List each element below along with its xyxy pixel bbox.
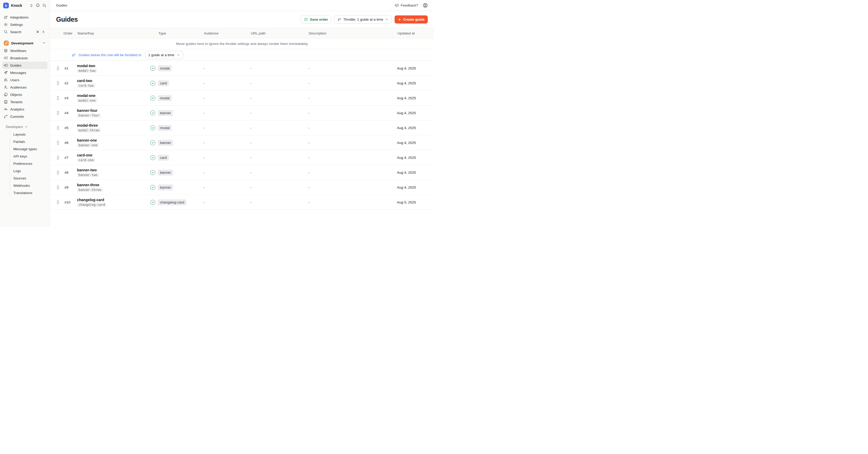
table-header-row: Order Name/Key Type Audience URL path De… — [50, 28, 434, 38]
table-row[interactable]: #1 modal-two modal-two modal — [50, 61, 434, 76]
unthrottled-drop-zone[interactable]: Move guides here to ignore the throttle … — [50, 38, 434, 49]
description-value: - — [308, 126, 397, 130]
workspace-switcher-icon[interactable] — [30, 4, 33, 7]
sidebar-item-messages[interactable]: Messages — [2, 69, 48, 76]
guide-key-badge: banner-three — [77, 188, 103, 192]
table-row[interactable]: #10 changelog-card changelog-card change… — [50, 195, 434, 210]
developers-section-toggle[interactable]: Developers — [2, 123, 48, 130]
sidebar-item-audiences[interactable]: Audiences — [2, 84, 48, 91]
drag-handle-icon[interactable] — [54, 185, 63, 190]
table-row[interactable]: #4 banner-four banner-four banner — [50, 106, 434, 120]
url-path-value: - — [250, 186, 308, 189]
drag-handle-icon[interactable] — [54, 155, 63, 160]
sidebar-nav: Integrations Settings Search ⌘ K Develop… — [0, 11, 50, 196]
sidebar-subitem[interactable]: Layouts — [10, 131, 45, 138]
updated-at-value: Aug 4, 2025 — [397, 126, 434, 130]
sidebar-subitem[interactable]: Sources — [10, 174, 45, 182]
throttle-amount-value: 1 guide at a time — [148, 53, 174, 57]
throttle-dropdown-button[interactable]: Throttle: 1 guide at a time — [334, 16, 392, 24]
account-avatar-icon[interactable] — [423, 3, 428, 8]
type-badge: modal — [158, 65, 172, 71]
url-path-value: - — [250, 200, 308, 204]
table-row[interactable]: #7 card-one card-one card — [50, 150, 434, 165]
updated-at-value: Aug 4, 2025 — [397, 141, 434, 145]
drag-handle-icon[interactable] — [54, 66, 63, 70]
sidebar-item-commits[interactable]: Commits — [2, 113, 48, 120]
description-value: - — [308, 200, 397, 204]
sidebar-item-label: Analytics — [10, 107, 24, 111]
table-row[interactable]: #5 modal-three modal-three modal — [50, 120, 434, 135]
drag-handle-icon[interactable] — [54, 96, 63, 100]
guide-name: modal-one — [77, 93, 95, 98]
sidebar-item-workflows[interactable]: Workflows — [2, 47, 48, 54]
developers-subnav: Layouts Partials Message types API keys … — [10, 131, 45, 196]
order-number: #8 — [63, 171, 77, 174]
guide-key-badge: banner-one — [77, 143, 99, 147]
sidebar-subitem[interactable]: Logs — [10, 167, 45, 174]
sidebar-item-settings[interactable]: Settings — [2, 21, 48, 28]
search-icon[interactable] — [42, 3, 46, 7]
sidebar-subitem[interactable]: Webhooks — [10, 182, 45, 189]
guide-name: modal-three — [77, 123, 98, 127]
drag-handle-icon[interactable] — [54, 111, 63, 115]
sidebar-item-broadcasts[interactable]: Broadcasts — [2, 54, 48, 62]
table-row[interactable]: #2 card-two card-two card — [50, 76, 434, 91]
updated-at-value: Aug 4, 2025 — [397, 66, 434, 70]
type-badge: modal — [158, 95, 172, 101]
status-check-icon — [150, 95, 155, 101]
updated-at-value: Aug 4, 2025 — [397, 81, 434, 85]
create-guide-label: Create guide — [403, 18, 425, 22]
drag-handle-icon[interactable] — [54, 81, 63, 85]
sidebar-subitem[interactable]: Translations — [10, 189, 45, 196]
sidebar-item-users[interactable]: Users — [2, 76, 48, 84]
workspace-header[interactable]: k Knock — [0, 0, 50, 11]
throttle-divider-text: Guides below this row will be throttled … — [79, 53, 142, 57]
save-order-button[interactable]: Save order — [301, 16, 331, 24]
sidebar-item-integrations[interactable]: Integrations — [2, 13, 48, 21]
drag-handle-icon[interactable] — [54, 200, 63, 204]
drag-handle-icon[interactable] — [54, 170, 63, 175]
table-row[interactable]: #8 banner-two banner-two banner — [50, 165, 434, 180]
environment-name: Development — [11, 41, 33, 45]
guide-name: card-one — [77, 153, 92, 157]
app-window: k Knock Integrations Settin — [0, 0, 434, 227]
sidebar-subitem[interactable]: Preferences — [10, 160, 45, 167]
table-row[interactable]: #9 banner-three banner-three banner — [50, 180, 434, 195]
guide-name: banner-three — [77, 183, 99, 187]
sidebar-item-objects[interactable]: Objects — [2, 91, 48, 98]
status-check-icon — [150, 125, 155, 130]
table-row[interactable]: #6 banner-one banner-one banner — [50, 135, 434, 150]
url-path-value: - — [250, 111, 308, 115]
sidebar-item-guides[interactable]: Guides — [2, 62, 48, 69]
plus-icon — [398, 18, 401, 22]
environment-switcher[interactable]: Development — [2, 39, 48, 47]
developers-label: Developers — [6, 125, 23, 129]
throttle-divider-row: Guides below this row will be throttled … — [50, 49, 434, 61]
status-check-icon — [150, 81, 155, 86]
sidebar-item-analytics[interactable]: Analytics — [2, 106, 48, 113]
guide-key-badge: banner-four — [77, 113, 101, 118]
sidebar-item-label: Settings — [10, 23, 23, 27]
table-row[interactable]: #3 modal-one modal-one modal — [50, 91, 434, 106]
sidebar-item-label: Integrations — [10, 16, 29, 19]
drag-handle-icon[interactable] — [54, 126, 63, 130]
updated-at-value: Aug 4, 2025 — [397, 156, 434, 160]
drag-handle-icon[interactable] — [54, 141, 63, 145]
topbar: Guides Feedback? — [50, 0, 434, 11]
guide-key-badge: modal-three — [77, 128, 101, 133]
kbd-cmd: ⌘ — [35, 30, 40, 34]
throttle-amount-dropdown[interactable]: 1 guide at a time — [145, 51, 183, 59]
feedback-button[interactable]: Feedback? — [395, 3, 418, 7]
create-guide-button[interactable]: Create guide — [395, 16, 428, 24]
column-header-url-path: URL path — [250, 31, 308, 35]
guide-name: banner-one — [77, 138, 97, 142]
sidebar-subitem[interactable]: Message types — [10, 145, 45, 152]
notifications-bell-icon[interactable] — [36, 3, 40, 7]
sidebar-item-tenants[interactable]: Tenants — [2, 98, 48, 106]
sidebar-subitem[interactable]: API keys — [10, 152, 45, 160]
sidebar-subitem[interactable]: Partials — [10, 138, 45, 145]
knock-logo: k — [3, 3, 9, 8]
pulse-icon — [4, 107, 8, 111]
sidebar-item-search[interactable]: Search ⌘ K — [2, 28, 48, 35]
type-badge: banner — [158, 170, 173, 175]
